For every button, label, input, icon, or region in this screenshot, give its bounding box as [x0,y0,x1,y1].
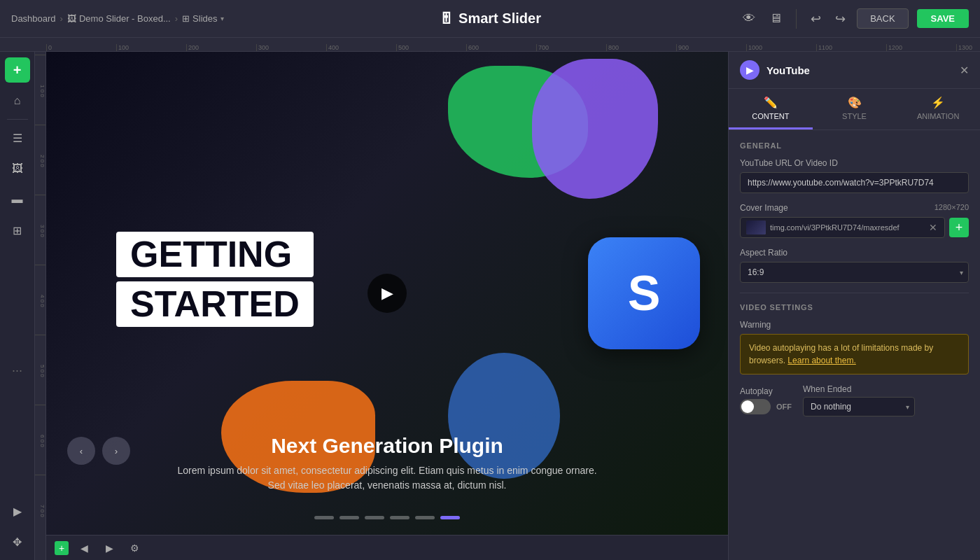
nav-actions: 👁 🖥 ↩ ↪ BACK SAVE [740,8,969,29]
cover-add-button[interactable]: + [949,218,969,237]
ruler-tick-800: 800 [606,44,676,51]
ruler-tick-400: 400 [326,44,396,51]
cover-size: 1280×720 [934,203,969,213]
cover-label-row: Cover Image 1280×720 [740,203,969,213]
undo-button[interactable]: ↩ [808,8,824,29]
slider-canvas[interactable]: GETTING STARTED ▶ S Next [46,52,728,535]
breadcrumb-sep1: › [60,13,63,24]
canvas-with-ruler: 1 0 0 2 0 0 3 0 0 4 0 0 5 0 0 6 0 0 7 0 … [35,52,728,560]
play-overlay-button[interactable]: ▶ [368,274,407,313]
eye-button[interactable]: 👁 [740,8,758,29]
redo-button[interactable]: ↪ [832,8,848,29]
slide-dot-4[interactable] [390,516,410,519]
grid-tool-button[interactable]: ⊞ [5,218,30,243]
ruler-tick-200: 200 [186,44,256,51]
ruler-tick-300: 300 [256,44,326,51]
v-tick-3: 3 0 0 [35,195,46,265]
top-navbar: Dashboard › 🖼 Demo Slider - Boxed... › ⊞… [0,0,980,38]
autoplay-toggle[interactable] [740,399,771,414]
slide-dot-5[interactable] [415,516,435,519]
slide-dot-1[interactable] [314,516,334,519]
video-settings-title: VIDEO SETTINGS [740,303,969,312]
slide-description: Lorem ipsum dolor sit amet, consectetur … [177,463,597,493]
project-link[interactable]: 🖼 Demo Slider - Boxed... [67,13,171,24]
warning-label: Warning [740,320,969,330]
cover-thumbnail [746,220,766,234]
cover-input-wrap: timg.com/vi/3PPtkRU7D74/maxresdef ✕ [740,217,945,238]
slide-logo: S [588,237,700,349]
v-tick-5: 5 0 0 [35,335,46,405]
panel-close-button[interactable]: ✕ [960,64,969,77]
ruler-tick-0: 0 [46,44,116,51]
dashboard-link[interactable]: Dashboard [11,13,56,24]
aspect-ratio-group: Aspect Ratio 16:9 4:3 1:1 9:16 ▾ [740,248,969,283]
panel-body: GENERAL YouTube URL Or Video ID Cover Im… [729,130,980,560]
slide-prev-button[interactable]: ‹ [67,437,95,465]
url-input[interactable] [740,172,969,193]
general-section-title: GENERAL [740,141,969,150]
slide-title: Next Generation Plugin [46,434,728,458]
aspect-select[interactable]: 16:9 4:3 1:1 9:16 [740,262,969,283]
tab-content[interactable]: ✏️ CONTENT [729,89,813,130]
aspect-row: 16:9 4:3 1:1 9:16 ▾ [740,262,969,283]
when-ended-group: When Ended Do nothing Loop Next slide Pr… [803,384,915,416]
slide-pagination [314,516,460,519]
cover-label: Cover Image [740,203,788,213]
main-layout: + ⌂ ☰ 🖼 ▬ ⊞ ··· ▶ ✥ 1 0 0 2 0 0 3 0 0 4 … [0,52,980,560]
logo-icon: 🎚 [439,10,454,28]
ruler-tick-900: 900 [676,44,746,51]
add-slide-button[interactable]: + [55,541,69,555]
slide-dot-2[interactable] [340,516,359,519]
back-button[interactable]: BACK [857,8,908,29]
sidebar-more[interactable]: ··· [6,358,28,384]
when-ended-label: When Ended [803,384,915,394]
ruler-tick-500: 500 [396,44,466,51]
ruler-tick-100: 100 [116,44,186,51]
slide-next-button[interactable]: › [102,437,130,465]
layout-tool-button[interactable]: ▬ [5,187,30,212]
slide-background: GETTING STARTED ▶ S Next [46,52,728,535]
bottom-toolbar: + ◀ ▶ ⚙ [46,535,728,560]
tab-style[interactable]: 🎨 STYLE [813,89,897,130]
animation-tab-label: ANIMATION [917,112,959,120]
bottom-prev-button[interactable]: ◀ [74,538,94,558]
save-button[interactable]: SAVE [917,9,969,28]
canvas-area: 1 0 0 2 0 0 3 0 0 4 0 0 5 0 0 6 0 0 7 0 … [35,52,728,560]
autoplay-group: Autoplay OFF [740,386,792,414]
cover-clear-button[interactable]: ✕ [927,220,939,234]
bottom-next-button[interactable]: ▶ [99,538,119,558]
cover-path-text: timg.com/vi/3PPtkRU7D74/maxresdef [770,223,923,232]
slides-dropdown-icon: ▾ [220,15,224,22]
slide-dot-6[interactable] [440,516,460,519]
when-ended-select-wrap: Do nothing Loop Next slide Previous slid… [803,397,915,416]
v-tick-2: 2 0 0 [35,125,46,195]
panel-header: ▶ YouTube ✕ [729,52,980,89]
move-tool-button[interactable]: ✥ [5,529,30,554]
slides-icon: ⊞ [182,13,190,24]
warning-box: Video autoplaying has a lot of limitatio… [740,334,969,374]
slide-text-area: GETTING STARTED [116,232,314,327]
ruler-tick-1100: 1100 [816,44,886,51]
url-label: YouTube URL Or Video ID [740,158,969,168]
app-logo: 🎚 Smart Slider [439,10,541,28]
slide-dot-3[interactable] [365,516,384,519]
text-tool-button[interactable]: ☰ [5,125,30,150]
play-button[interactable]: ▶ [5,498,30,524]
style-tab-icon: 🎨 [848,96,862,109]
youtube-icon: ▶ [746,64,754,76]
slide-line2: STARTED [116,281,314,327]
v-tick-7: 7 0 0 [35,475,46,545]
ruler-tick-700: 700 [536,44,606,51]
tab-animation[interactable]: ⚡ ANIMATION [896,89,980,130]
desktop-button[interactable]: 🖥 [766,8,785,29]
when-ended-select[interactable]: Do nothing Loop Next slide Previous slid… [803,397,915,416]
bottom-settings-button[interactable]: ⚙ [125,538,144,558]
home-button[interactable]: ⌂ [5,88,30,113]
vertical-ruler: 1 0 0 2 0 0 3 0 0 4 0 0 5 0 0 6 0 0 7 0 … [35,52,46,560]
left-sidebar: + ⌂ ☰ 🖼 ▬ ⊞ ··· ▶ ✥ [0,52,35,560]
ruler-tick-1300: 1300 [956,44,980,51]
slides-link[interactable]: ⊞ Slides ▾ [182,13,223,24]
image-tool-button[interactable]: 🖼 [5,156,30,181]
warning-link[interactable]: Learn about them. [788,356,855,365]
add-element-button[interactable]: + [5,57,30,83]
